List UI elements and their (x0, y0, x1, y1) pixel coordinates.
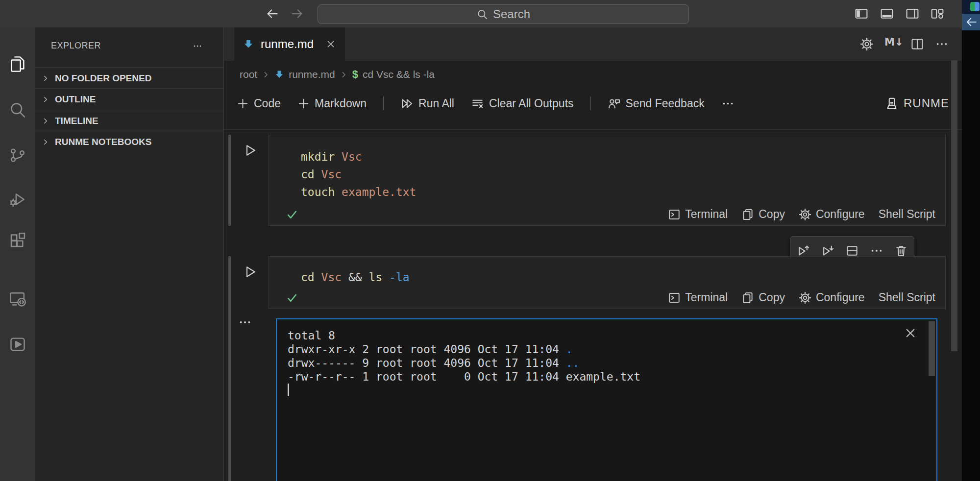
browser-favicon-icon[interactable] (970, 2, 980, 11)
cell-code-editor[interactable]: cd Vsc && ls -la (301, 268, 410, 286)
breadcrumb-file[interactable]: runme.md (289, 69, 335, 80)
activity-source-control[interactable] (0, 138, 35, 173)
sidebar-section-timeline[interactable]: TIMELINE (35, 110, 223, 131)
cell-language-button[interactable]: Shell Script (879, 208, 935, 221)
close-output-icon[interactable] (904, 327, 917, 339)
arrow-left-icon[interactable] (965, 16, 978, 28)
sidebar-section-runme-notebooks[interactable]: RUNME NOTEBOOKS (35, 131, 223, 152)
chevron-right-icon (41, 138, 50, 146)
customize-layout-button[interactable] (931, 7, 944, 21)
copy-button[interactable]: Copy (741, 291, 785, 304)
customize-layout-icon (931, 7, 944, 21)
execute-above-icon[interactable] (796, 244, 810, 258)
notebook-kernel-button[interactable] (860, 37, 874, 51)
terminal-icon (668, 291, 681, 304)
toggle-panel-button[interactable] (880, 7, 894, 21)
output-menu-button[interactable] (238, 315, 252, 329)
command-center-search[interactable]: Search (318, 4, 689, 24)
runme-stamp-icon (885, 96, 899, 110)
arrow-left-icon (265, 6, 279, 21)
delete-cell-icon[interactable] (894, 244, 908, 258)
run-all-button[interactable]: Run All (400, 97, 454, 110)
breadcrumb-command[interactable]: cd Vsc && ls -la (363, 69, 435, 80)
editor-more-actions-button[interactable] (935, 37, 949, 51)
add-markdown-label: Markdown (315, 97, 367, 110)
send-feedback-icon (608, 97, 621, 110)
ellipsis-icon (935, 37, 949, 51)
split-cell-icon[interactable] (845, 244, 859, 258)
nav-back-button[interactable] (265, 6, 279, 21)
markdown-file-icon (274, 70, 284, 79)
copy-button[interactable]: Copy (741, 208, 785, 221)
runme-brand-label: RUNME (904, 96, 949, 110)
terminal-label: Terminal (685, 291, 728, 304)
cell-language-button[interactable]: Shell Script (879, 291, 935, 304)
runme-brand-button[interactable]: RUNME (885, 88, 949, 119)
run-cell-button[interactable] (243, 143, 257, 158)
execute-below-icon[interactable] (821, 244, 834, 258)
clear-all-outputs-button[interactable]: Clear All Outputs (471, 97, 574, 110)
cell-code-editor[interactable]: mkdir Vsccd Vsctouch example.txt (301, 148, 416, 201)
terminal-button[interactable]: Terminal (668, 208, 728, 221)
toggle-primary-sidebar-button[interactable] (855, 7, 868, 21)
editor-scrollbar[interactable] (951, 60, 957, 351)
copy-icon (741, 291, 754, 304)
run-debug-icon (9, 191, 26, 208)
open-markdown-preview-button[interactable]: M↓ (884, 36, 898, 50)
sidebar-section-outline[interactable]: OUTLINE (35, 88, 223, 110)
chevron-right-icon (41, 117, 50, 125)
cell-focus-bar (228, 135, 231, 226)
chevron-right-icon (262, 71, 270, 79)
tab-runme-md[interactable]: runme.md (234, 27, 345, 61)
terminal-button[interactable]: Terminal (668, 291, 728, 304)
run-all-icon (400, 97, 414, 110)
nav-forward-button[interactable] (290, 6, 305, 21)
activity-extensions[interactable] (0, 223, 35, 258)
run-all-label: Run All (418, 97, 454, 110)
chevron-right-icon (340, 71, 348, 79)
terminal-output-text: total 8drwxr-xr-x 2 root root 4096 Oct 1… (288, 329, 640, 384)
output-scrollbar[interactable] (929, 321, 935, 376)
source-control-icon (9, 146, 26, 164)
activity-search[interactable] (0, 92, 35, 127)
notebook-cell-1[interactable]: mkdir Vsccd Vsctouch example.txt Termina… (269, 135, 946, 226)
activity-remote-explorer[interactable] (0, 281, 35, 316)
breadcrumb-root[interactable]: root (240, 69, 257, 80)
chevron-right-icon (41, 74, 50, 83)
section-label: OUTLINE (55, 94, 96, 105)
play-icon (243, 265, 257, 279)
notebook-more-actions-button[interactable] (721, 97, 735, 110)
configure-button[interactable]: Configure (799, 208, 865, 221)
toolbar-separator (383, 96, 384, 110)
background-window-toolbar (962, 14, 980, 30)
sidebar-section-no-folder-opened[interactable]: NO FOLDER OPENED (35, 67, 223, 89)
run-cell-button[interactable] (243, 265, 257, 279)
tab-label: runme.md (261, 37, 314, 51)
add-markdown-cell-button[interactable]: Markdown (297, 97, 367, 110)
ellipsis-icon[interactable] (870, 244, 883, 258)
activity-runme-notebooks[interactable] (0, 327, 35, 362)
activity-bar (0, 27, 35, 481)
split-editor-icon (910, 37, 924, 51)
explorer-files-icon (9, 55, 26, 73)
toggle-secondary-sidebar-button[interactable] (906, 7, 919, 21)
cell-status-bar: Terminal Copy Configure Shell Script (668, 291, 935, 304)
tab-close-icon[interactable] (325, 39, 336, 49)
notebook-cell-2[interactable]: cd Vsc && ls -la Terminal Copy Configure… (269, 256, 946, 309)
cell-language-label: Shell Script (879, 291, 935, 304)
activity-run-debug[interactable] (0, 182, 35, 217)
cell-status-bar: Terminal Copy Configure Shell Script (668, 208, 935, 221)
success-check-icon (286, 291, 298, 304)
cell-output-terminal[interactable]: total 8drwxr-xr-x 2 root root 4096 Oct 1… (276, 318, 937, 481)
toolbar-divider (224, 129, 962, 130)
clear-all-outputs-icon (471, 97, 484, 110)
add-code-cell-button[interactable]: Code (237, 97, 281, 110)
send-feedback-button[interactable]: Send Feedback (608, 97, 705, 110)
sidebar-more-actions-button[interactable] (191, 41, 204, 51)
configure-button[interactable]: Configure (799, 291, 865, 304)
activity-explorer[interactable] (0, 47, 35, 82)
background-window-titlebar (962, 0, 980, 14)
play-icon (243, 143, 257, 158)
toggle-primary-sidebar-icon (855, 7, 868, 21)
split-editor-button[interactable] (910, 37, 924, 51)
